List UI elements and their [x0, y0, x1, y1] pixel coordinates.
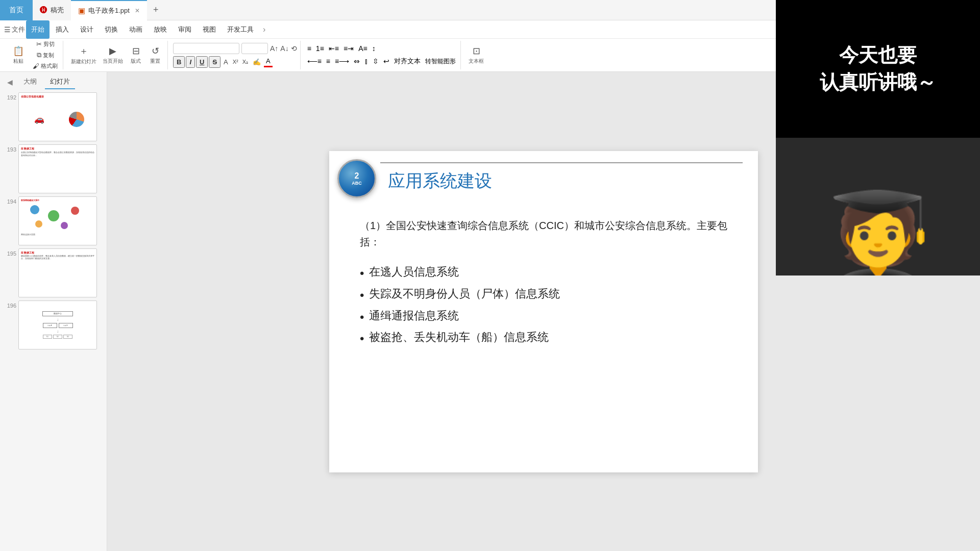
slide-thumbnail-194[interactable]: 联系网络建设大系中 网络连接示意图 — [18, 196, 97, 245]
tab-view-label: 视图 — [203, 25, 216, 34]
layout-label: 版式 — [131, 58, 141, 65]
textbox-group: ⊡ 文本框 — [463, 41, 489, 69]
tab-transition-label: 切换 — [105, 25, 118, 34]
font-color-button[interactable]: A — [264, 56, 273, 67]
char-spacing-button[interactable]: ✍ — [251, 57, 263, 67]
align-text-button[interactable]: 对齐文本 — [393, 56, 422, 67]
paste-button[interactable]: 📋 粘贴 — [7, 44, 30, 66]
slide-thumbnail-192[interactable]: 全国公安信息化建设 🚗 — [18, 92, 97, 141]
slide-num: 196 — [4, 300, 18, 309]
file-menu[interactable]: 文件 — [12, 25, 25, 34]
list-item[interactable]: 196 数据中心 ↓ 分支A 分支B ↓ — [4, 300, 103, 349]
tab-outline[interactable]: 大纲 — [18, 75, 42, 89]
align-center-button[interactable]: ≡ — [325, 56, 332, 66]
video-overlay: 今天也要 认真听讲哦～ 🧑‍🎓 — [776, 0, 980, 276]
rtl-button[interactable]: ↩ — [382, 56, 391, 66]
slide-thumbnail-196[interactable]: 数据中心 ↓ 分支A 分支B ↓ N1 N2 N3 — [18, 300, 97, 349]
ppt-icon: ▣ — [78, 6, 85, 15]
format-painter-icon: 🖌 — [33, 62, 39, 70]
overlay-text-area: 今天也要 认真听讲哦～ — [776, 0, 980, 138]
character-emoji: 🧑‍🎓 — [821, 194, 936, 276]
line-spacing-button[interactable]: ↕ — [371, 43, 377, 54]
font-size-para-button[interactable]: A≡ — [357, 43, 369, 54]
tab-slideshow-label: 放映 — [154, 25, 167, 34]
tab-animation[interactable]: 动画 — [124, 20, 148, 39]
tab-review[interactable]: 审阅 — [173, 20, 197, 39]
slide-thumbnail-195[interactable]: 应 数据工程 建设国家人口基础信息库，整合各类人员信息数据，建立统一的数据交换和… — [18, 248, 97, 297]
tab-start[interactable]: 开始 — [26, 20, 50, 39]
justify-button[interactable]: ⇔ — [352, 56, 361, 66]
italic-button[interactable]: I — [186, 56, 195, 68]
increase-indent-button[interactable]: ≡⇥ — [342, 43, 355, 54]
bullet-item-4: 被盗抢、丢失机动车（船）信息系统 — [360, 328, 743, 349]
menu-icon[interactable]: ☰ — [4, 26, 11, 34]
font-decrease-icon[interactable]: A↓ — [280, 44, 288, 53]
column-button[interactable]: ⫿ — [363, 56, 370, 66]
new-slide-label: 新建幻灯片 — [71, 58, 96, 65]
bullet-item-1: 在逃人员信息系统 — [360, 262, 743, 284]
tab-start-label: 开始 — [31, 25, 44, 34]
text-shadow-button[interactable]: A — [222, 57, 230, 67]
reset-button[interactable]: ↺ 重置 — [146, 44, 164, 66]
current-page-button[interactable]: ▶ 当页开始 — [100, 44, 126, 66]
textbox-button[interactable]: ⊡ 文本框 — [466, 44, 486, 66]
tab-insert[interactable]: 插入 — [51, 20, 74, 39]
new-slide-button[interactable]: ＋ 新建幻灯片 — [68, 43, 99, 67]
paragraph-group: ≡ 1≡ ⇤≡ ≡⇥ A≡ ↕ ⟵≡ ≡ ≡⟶ ⇔ ⫿ ⇳ ↩ 对齐文本 转智能… — [303, 41, 461, 69]
slide-title: 应用系统建设 — [388, 169, 492, 193]
copy-icon: ⧉ — [37, 51, 41, 59]
clear-format-icon[interactable]: ⟲ — [291, 44, 297, 53]
layout-button[interactable]: ⊟ 版式 — [127, 44, 145, 66]
close-tab-icon[interactable]: ✕ — [135, 7, 140, 14]
paste-icon: 📋 — [13, 45, 24, 57]
add-tab-button[interactable]: + — [147, 0, 165, 20]
slide-num: 194 — [4, 196, 18, 205]
list-item[interactable]: 193 应 数据工程 全国公安系统建设大型综合数据库，整合全国公安数据资源，实现… — [4, 144, 103, 193]
tab-home[interactable]: 首页 — [0, 0, 33, 20]
number-list-button[interactable]: 1≡ — [314, 43, 326, 54]
slide-list: 192 全国公安信息化建设 🚗 — [0, 89, 107, 551]
tab-slides[interactable]: 幻灯片 — [45, 75, 75, 89]
slide-thumbnail-193[interactable]: 应 数据工程 全国公安系统建设大型综合数据库，整合全国公安数据资源，实现各类信息… — [18, 144, 97, 193]
font-size-input[interactable] — [241, 43, 268, 54]
convert-smart-art[interactable]: 转智能图形 — [424, 56, 457, 67]
align-right-button[interactable]: ≡⟶ — [333, 56, 351, 66]
list-item[interactable]: 195 应 数据工程 建设国家人口基础信息库，整合各类人员信息数据，建立统一的数… — [4, 248, 103, 297]
overlay-message: 今天也要 认真听讲哦～ — [820, 42, 936, 96]
decrease-indent-button[interactable]: ⇤≡ — [327, 43, 340, 54]
tab-view[interactable]: 视图 — [198, 20, 221, 39]
textbox-icon: ⊡ — [473, 45, 480, 57]
font-increase-icon[interactable]: A↑ — [270, 44, 278, 53]
bold-button[interactable]: B — [173, 56, 185, 68]
strikethrough-button[interactable]: S — [209, 56, 220, 68]
format-painter-button[interactable]: 🖌 格式刷 — [31, 61, 60, 71]
tab-draft[interactable]: 🅦 稿壳 — [33, 0, 71, 20]
slide-group: ＋ 新建幻灯片 ▶ 当页开始 ⊟ 版式 ↺ 重置 — [65, 41, 168, 69]
font-name-input[interactable] — [173, 43, 239, 54]
layout-icon: ⊟ — [132, 45, 140, 57]
current-page-label: 当页开始 — [103, 58, 123, 65]
paste-label: 粘贴 — [13, 58, 23, 65]
play-icon: ▶ — [109, 45, 116, 57]
superscript-button[interactable]: X² — [231, 58, 240, 65]
bullet-list-button[interactable]: ≡ — [306, 43, 313, 54]
subscript-button[interactable]: X₂ — [241, 58, 250, 66]
format-painter-label: 格式刷 — [41, 62, 58, 70]
underline-button[interactable]: U — [196, 56, 208, 68]
list-item[interactable]: 194 联系网络建设大系中 网络连接示意图 — [4, 196, 103, 245]
textbox-label: 文本框 — [469, 58, 484, 65]
cut-button[interactable]: ✂ 剪切 — [31, 39, 60, 49]
collapse-sidebar-button[interactable]: ◀ — [4, 77, 15, 88]
tab-transition[interactable]: 切换 — [100, 20, 123, 39]
align-left-button[interactable]: ⟵≡ — [306, 56, 323, 66]
tab-ppt[interactable]: ▣ 电子政务1.ppt ✕ — [71, 0, 147, 20]
tab-slideshow[interactable]: 放映 — [149, 20, 172, 39]
tab-design[interactable]: 设计 — [75, 20, 99, 39]
slide-canvas: 2 ABC 应用系统建设 （1）全国公安快速查询综合信息系统（CCIC）和城市公… — [329, 151, 758, 472]
para-spacing-button[interactable]: ⇳ — [371, 56, 380, 66]
font-group: A↑ A↓ ⟲ B I U S A X² X₂ ✍ A — [170, 41, 301, 69]
copy-button[interactable]: ⧉ 复制 — [31, 50, 60, 60]
list-item[interactable]: 192 全国公安信息化建设 🚗 — [4, 92, 103, 141]
more-tabs-icon[interactable]: › — [260, 25, 268, 34]
tab-devtools[interactable]: 开发工具 — [222, 20, 259, 39]
